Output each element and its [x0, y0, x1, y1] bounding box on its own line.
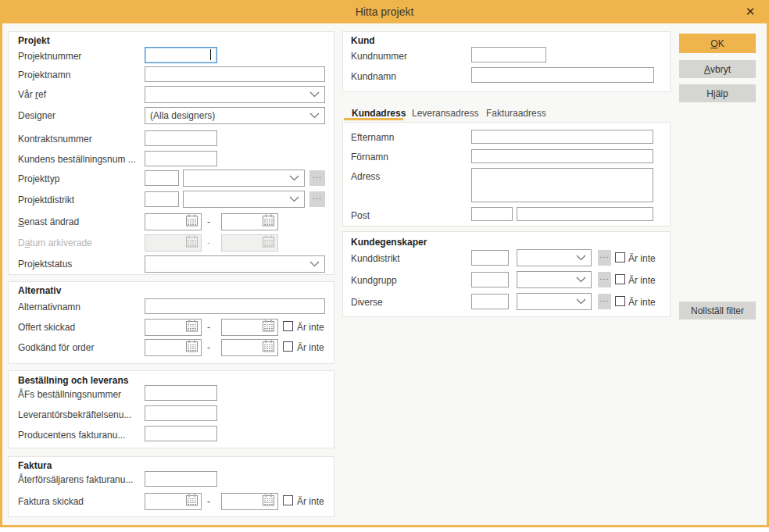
calendar-icon: [262, 494, 275, 509]
postort-input[interactable]: [517, 207, 653, 221]
calendar-icon: [185, 320, 199, 335]
projektdistrikt-select[interactable]: [183, 191, 305, 208]
projektnummer-input[interactable]: [145, 47, 217, 63]
designer-select[interactable]: (Alla designers): [145, 107, 325, 124]
afs-bestallningsnummer-input[interactable]: [145, 385, 217, 401]
var-ref-label: Vår ref: [18, 89, 46, 100]
calendar-icon: [185, 214, 199, 230]
hitta-projekt-dialog: { "window": { "title": "Hitta projekt" }…: [0, 0, 769, 532]
projekttyp-select[interactable]: [183, 170, 305, 187]
diverse-select[interactable]: [517, 293, 592, 310]
chevron-down-icon: [576, 298, 586, 305]
chevron-down-icon: [289, 175, 299, 181]
chevron-down-icon: [309, 91, 320, 98]
godkand-for-order-to-date[interactable]: [221, 339, 278, 356]
diverse-ar-inte-checkbox[interactable]: [615, 296, 625, 306]
kunddistrikt-browse-button[interactable]: ...: [598, 250, 611, 266]
kundens-bestallningsnum-input[interactable]: [145, 151, 217, 166]
reset-filter-button[interactable]: Nollställ filter: [679, 302, 756, 320]
calendar-icon: [185, 340, 199, 355]
faktura-skickad-ar-inte-checkbox[interactable]: [283, 495, 293, 505]
leverantorsbekraftelsenu-label: Leverantörsbekräftelsenu...: [18, 409, 131, 420]
offert-skickad-to-date[interactable]: [221, 319, 278, 336]
projekttyp-browse-button[interactable]: ...: [309, 170, 325, 186]
diverse-browse-button[interactable]: ...: [598, 294, 611, 309]
tab-leveransadress[interactable]: Leveransadress: [412, 108, 478, 119]
range-separator: -: [207, 322, 210, 333]
datum-arkiverade-label: Datum arkiverade: [18, 237, 92, 248]
ok-button[interactable]: OK: [679, 34, 756, 53]
offert-skickad-ar-inte-checkbox[interactable]: [283, 321, 293, 331]
godkand-for-order-ar-inte-checkbox[interactable]: [283, 341, 293, 352]
faktura-skickad-from-date[interactable]: [145, 493, 202, 510]
senast-andrad-from-date[interactable]: [145, 213, 202, 230]
kundegenskaper-header: Kundegenskaper: [351, 237, 427, 248]
diverse-code-input[interactable]: [471, 294, 509, 309]
faktura-header: Faktura: [18, 460, 52, 471]
projektstatus-select[interactable]: [145, 255, 325, 273]
godkand-for-order-label: Godkänd för order: [18, 342, 94, 353]
kundgrupp-select[interactable]: [517, 271, 592, 288]
kundegenskaper-panel: Kundegenskaper Kunddistrikt ... Är inte …: [342, 231, 671, 317]
senast-andrad-label: Senast ändrad: [18, 216, 79, 227]
kunddistrikt-code-input[interactable]: [471, 250, 509, 266]
alternativ-panel: Alternativ Alternativnamn Offert skickad…: [8, 281, 334, 364]
kundnummer-input[interactable]: [471, 47, 546, 62]
kundgrupp-browse-button[interactable]: ...: [598, 272, 611, 287]
kontraktsnummer-input[interactable]: [145, 130, 217, 146]
efternamn-label: Efternamn: [351, 132, 394, 143]
cancel-button[interactable]: Avbryt: [679, 60, 756, 78]
text-cursor: [210, 49, 211, 60]
kontraktsnummer-label: Kontraktsnummer: [18, 134, 92, 145]
calendar-icon: [262, 214, 275, 230]
kundgrupp-code-input[interactable]: [471, 272, 509, 287]
diverse-label: Diverse: [351, 297, 383, 308]
adress-label: Adress: [351, 171, 380, 182]
kundadress-panel: Efternamn Förnamn Adress Post: [342, 122, 671, 227]
godkand-for-order-from-date[interactable]: [145, 339, 202, 356]
kundnummer-label: Kundnummer: [351, 51, 407, 62]
projekttyp-label: Projekttyp: [18, 173, 59, 184]
kund-panel: Kund Kundnummer Kundnamn: [342, 31, 671, 92]
kunddistrikt-ar-inte-checkbox[interactable]: [615, 252, 625, 262]
producentens-fakturanu-input[interactable]: [145, 426, 217, 441]
projektnamn-input[interactable]: [145, 66, 325, 82]
fornamn-input[interactable]: [471, 149, 653, 163]
close-button[interactable]: ✕: [739, 0, 761, 23]
kunddistrikt-select[interactable]: [517, 249, 592, 266]
faktura-panel: Faktura Återförsäljarens fakturanu... Fa…: [8, 456, 334, 517]
aterforsaljarens-fakturanu-input[interactable]: [145, 471, 217, 487]
projekttyp-code-input[interactable]: [145, 170, 179, 186]
chevron-down-icon: [576, 277, 586, 283]
fornamn-label: Förnamn: [351, 152, 388, 162]
help-button[interactable]: Hjälp: [679, 84, 756, 102]
alternativnamn-input[interactable]: [145, 298, 325, 314]
projektdistrikt-browse-button[interactable]: ...: [309, 191, 325, 207]
projekt-header: Projekt: [18, 35, 50, 46]
efternamn-input[interactable]: [471, 130, 653, 144]
tab-kundadress[interactable]: Kundadress: [352, 108, 406, 119]
calendar-icon: [262, 235, 275, 251]
ar-inte-label: Är inte: [628, 275, 656, 286]
kunddistrikt-label: Kunddistrikt: [351, 253, 400, 264]
chevron-down-icon: [309, 261, 320, 267]
postnummer-input[interactable]: [471, 207, 513, 221]
tab-fakturaadress[interactable]: Fakturaadress: [486, 108, 546, 119]
chevron-down-icon: [289, 196, 299, 202]
projektnamn-label: Projektnamn: [18, 70, 70, 80]
senast-andrad-to-date[interactable]: [221, 213, 278, 230]
faktura-skickad-to-date[interactable]: [221, 493, 278, 510]
kundnamn-input[interactable]: [471, 67, 654, 83]
bestallning-panel: Beställning och leverans ÅFs beställning…: [8, 370, 334, 448]
alternativnamn-label: Alternativnamn: [18, 302, 80, 312]
projektdistrikt-code-input[interactable]: [145, 191, 179, 207]
leverantorsbekraftelsenu-input[interactable]: [145, 405, 217, 421]
offert-skickad-from-date[interactable]: [145, 319, 202, 336]
var-ref-select[interactable]: [145, 86, 325, 103]
calendar-icon: [185, 494, 199, 509]
chevron-down-icon: [576, 255, 586, 261]
adress-textarea[interactable]: [471, 168, 653, 202]
kundgrupp-ar-inte-checkbox[interactable]: [615, 274, 625, 284]
kund-header: Kund: [351, 35, 375, 46]
calendar-icon: [262, 320, 275, 335]
